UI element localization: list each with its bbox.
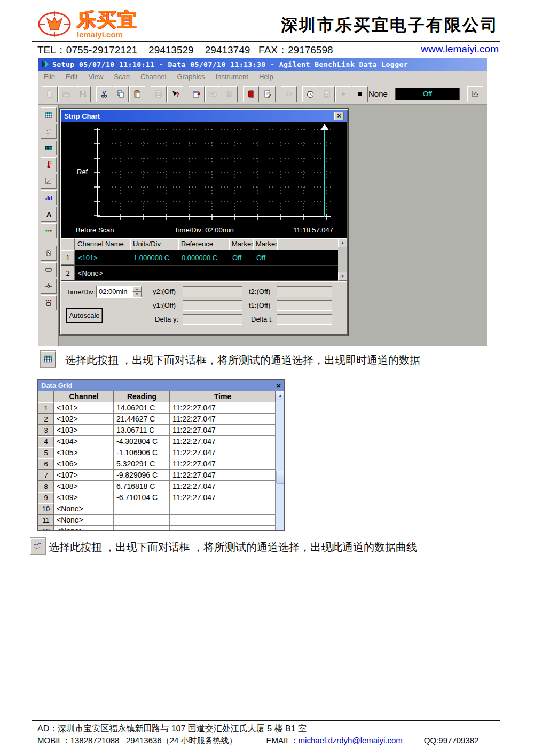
row-number[interactable]: 6 bbox=[38, 458, 54, 470]
row-number[interactable]: 1 bbox=[38, 402, 54, 414]
cell-channel[interactable]: <107> bbox=[54, 470, 114, 481]
channel-row[interactable]: 2 <None> bbox=[61, 266, 338, 281]
strip-chart-titlebar[interactable]: Strip Chart × bbox=[61, 110, 347, 122]
data-grid-row[interactable]: 12<None> bbox=[38, 526, 276, 531]
open-button[interactable] bbox=[58, 86, 74, 102]
print-button[interactable] bbox=[151, 86, 167, 102]
menu-file[interactable]: File bbox=[44, 73, 55, 81]
data-grid-button-ref[interactable] bbox=[41, 351, 56, 367]
grid-config-button[interactable] bbox=[222, 86, 238, 102]
timediv-value[interactable]: 02:00min bbox=[97, 286, 132, 297]
cell-time[interactable]: 11:22:27.047 bbox=[170, 425, 276, 436]
close-icon[interactable]: × bbox=[334, 112, 344, 120]
cell-channel[interactable]: <None> bbox=[54, 526, 114, 531]
menu-graphics[interactable]: Graphics bbox=[177, 73, 205, 81]
panel-button[interactable] bbox=[41, 262, 57, 277]
copy-button[interactable] bbox=[113, 86, 129, 102]
cell-marker2[interactable]: Off bbox=[253, 250, 277, 265]
scrollbar-thumb[interactable] bbox=[276, 471, 285, 484]
cell-time[interactable] bbox=[170, 503, 276, 515]
context-help-button[interactable]: ? bbox=[167, 86, 183, 102]
row-number[interactable]: 4 bbox=[38, 436, 54, 447]
col-time[interactable]: Time bbox=[170, 391, 276, 402]
cell-reading[interactable]: 14.06201 C bbox=[114, 402, 170, 414]
scan-setup-button[interactable] bbox=[260, 86, 276, 102]
cell-reading[interactable]: -4.302804 C bbox=[114, 436, 170, 447]
app-titlebar[interactable]: Setup 05/07/10 11:10:11 - Data 05/07/10 … bbox=[38, 58, 487, 71]
cell-channel[interactable]: <101> bbox=[75, 250, 130, 265]
cell-time[interactable]: 11:22:27.047 bbox=[170, 436, 276, 447]
strip-chart-button[interactable] bbox=[41, 124, 57, 139]
channel-setup-button[interactable] bbox=[189, 86, 205, 102]
cell-marker1[interactable]: Off bbox=[229, 250, 253, 265]
col-marker1[interactable]: Marker bbox=[229, 238, 253, 250]
menu-channel[interactable]: Channel bbox=[140, 73, 166, 81]
t2-field[interactable] bbox=[277, 286, 332, 297]
cell-channel[interactable]: <103> bbox=[54, 425, 114, 436]
relay-button[interactable] bbox=[41, 279, 57, 294]
cell-reading[interactable] bbox=[114, 503, 170, 515]
data-grid-row[interactable]: 7<107>-9.829096 C11:22:27.047 bbox=[38, 470, 276, 481]
scroll-up-icon[interactable]: ▲ bbox=[338, 238, 347, 247]
data-grid-row[interactable]: 1<101>14.06201 C11:22:27.047 bbox=[38, 402, 276, 414]
scroll-down-icon[interactable]: ▼ bbox=[338, 272, 347, 281]
menu-help[interactable]: Help bbox=[259, 73, 273, 81]
row-number[interactable]: 2 bbox=[61, 266, 75, 280]
col-reading[interactable]: Reading bbox=[114, 391, 170, 402]
xy-plot-button[interactable] bbox=[41, 174, 57, 189]
row-number[interactable]: 7 bbox=[38, 470, 54, 481]
cell-reading[interactable]: -9.829096 C bbox=[114, 470, 170, 481]
cell-reading[interactable]: 6.716818 C bbox=[114, 481, 170, 492]
col-channel[interactable]: Channel bbox=[54, 391, 114, 402]
channel-table-scrollbar[interactable]: ▲ ▼ bbox=[338, 238, 347, 281]
cell-channel[interactable]: <109> bbox=[54, 492, 114, 503]
menu-instrument[interactable]: Instrument bbox=[215, 73, 248, 81]
row-number[interactable]: 12 bbox=[38, 526, 54, 531]
cell-time[interactable]: 11:22:27.047 bbox=[170, 447, 276, 458]
cell-channel[interactable]: <104> bbox=[54, 436, 114, 447]
menu-edit[interactable]: Edit bbox=[66, 73, 77, 81]
histogram-button[interactable] bbox=[41, 190, 57, 205]
t1-field[interactable] bbox=[277, 300, 332, 311]
row-number[interactable]: 5 bbox=[38, 447, 54, 458]
cell-reading[interactable]: 21.44627 C bbox=[114, 414, 170, 425]
delta-y-field[interactable] bbox=[183, 314, 242, 325]
data-grid-row[interactable]: 4<104>-4.302804 C11:22:27.047 bbox=[38, 436, 276, 447]
save-button[interactable] bbox=[75, 86, 91, 102]
scan-count-button[interactable] bbox=[319, 86, 335, 102]
cell-time[interactable]: 11:22:27.047 bbox=[170, 470, 276, 481]
cell-channel[interactable]: <None> bbox=[54, 515, 114, 526]
start-scan-button[interactable] bbox=[335, 86, 351, 102]
data-grid-titlebar[interactable]: Data Grid × bbox=[38, 380, 284, 391]
data-grid-row[interactable]: 10<None> bbox=[38, 503, 276, 515]
data-grid-row[interactable]: 5<105>-1.106906 C11:22:27.047 bbox=[38, 447, 276, 458]
cell-time[interactable]: 11:22:27.047 bbox=[170, 414, 276, 425]
paste-button[interactable] bbox=[129, 86, 145, 102]
cell-channel[interactable]: <101> bbox=[54, 402, 114, 414]
cell-reading[interactable]: -1.106906 C bbox=[114, 447, 170, 458]
autoscale-button[interactable]: Autoscale bbox=[66, 308, 103, 323]
annotation-button[interactable]: A bbox=[41, 207, 57, 222]
row-number[interactable]: 10 bbox=[38, 503, 54, 515]
cell-channel[interactable]: <108> bbox=[54, 481, 114, 492]
close-icon[interactable]: × bbox=[276, 381, 281, 389]
col-reference[interactable]: Reference bbox=[178, 238, 229, 250]
graphics-nav-button[interactable] bbox=[281, 86, 297, 102]
footer-email-link[interactable]: michael.dzrdyh@lemaiyi.com bbox=[299, 736, 403, 745]
row-number[interactable]: 1 bbox=[61, 250, 75, 265]
cut-button[interactable] bbox=[96, 86, 112, 102]
row-number[interactable]: 8 bbox=[38, 481, 54, 492]
number-display-button[interactable]: 1.23 bbox=[41, 141, 57, 155]
new-button[interactable] bbox=[42, 86, 58, 102]
channel-row[interactable]: 1 <101> 1.000000 C 0.000000 C Off Off bbox=[61, 250, 338, 266]
data-grid-row[interactable]: 8<108>6.716818 C11:22:27.047 bbox=[38, 481, 276, 492]
cell-reference[interactable]: 0.000000 C bbox=[178, 250, 229, 265]
cell-channel[interactable]: <102> bbox=[54, 414, 114, 425]
stop-scan-button[interactable] bbox=[352, 86, 368, 102]
data-grid-row[interactable]: 3<103>13.06711 C11:22:27.047 bbox=[38, 425, 276, 436]
cell-reading[interactable] bbox=[114, 515, 170, 526]
cell-time[interactable] bbox=[170, 515, 276, 526]
cell-marker1[interactable] bbox=[229, 266, 253, 280]
cell-units[interactable] bbox=[130, 266, 178, 280]
row-number[interactable]: 9 bbox=[38, 492, 54, 503]
